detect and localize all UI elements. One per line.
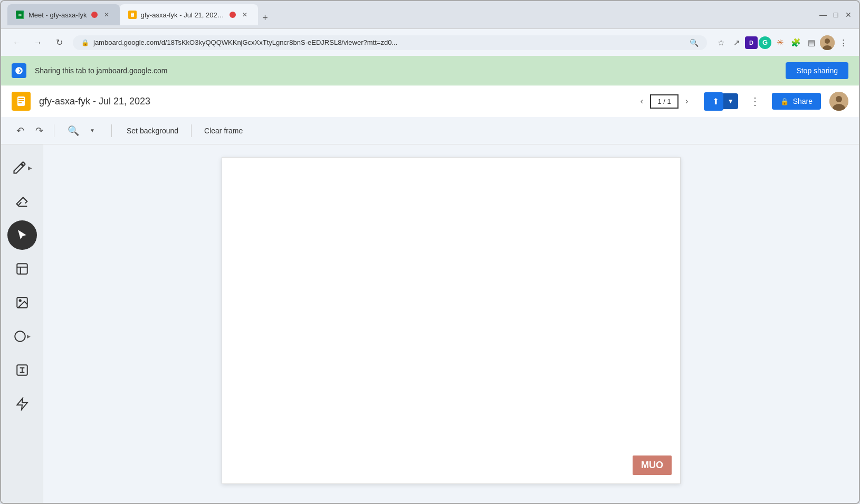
drawing-toolbar: ↶ ↷ 🔍 ▼ Set background Clear frame	[1, 117, 859, 144]
frame-counter: 1 / 1	[650, 94, 678, 109]
search-icon: 🔍	[690, 38, 699, 47]
svg-rect-12	[18, 100, 24, 101]
jam-recording-dot	[230, 12, 236, 18]
tab-meet[interactable]: M Meet - gfy-asxa-fyk ✕	[7, 4, 120, 25]
main-content: ▶	[1, 144, 859, 503]
clear-frame-button[interactable]: Clear frame	[196, 123, 251, 138]
browser-window: M Meet - gfy-asxa-fyk ✕ gfy-asxa-f	[0, 0, 860, 504]
dict-ext-icon[interactable]: D	[745, 36, 758, 49]
meet-favicon-icon: M	[16, 11, 24, 19]
zoom-area: 🔍 ▼	[65, 122, 101, 139]
grammarly-ext-icon[interactable]: G	[759, 36, 771, 49]
canvas-area[interactable]: MUO	[43, 144, 859, 503]
sticky-note-tool-button[interactable]	[7, 254, 37, 284]
sidebar-ext-icon[interactable]: ▤	[804, 35, 819, 50]
svg-point-22	[15, 331, 25, 342]
eraser-tool-button[interactable]	[7, 187, 37, 216]
window-controls: — □ ✕	[819, 11, 853, 19]
user-avatar[interactable]	[829, 92, 848, 111]
app-area: gfy-asxa-fyk - Jul 21, 2023 ‹ 1 / 1 › ⬆ …	[1, 85, 859, 503]
app-title: gfy-asxa-fyk - Jul 21, 2023	[39, 96, 625, 107]
zoom-button[interactable]: 🔍	[65, 122, 82, 139]
stop-sharing-button[interactable]: Stop sharing	[786, 62, 848, 79]
address-input[interactable]: 🔒 jamboard.google.com/d/18TsKkO3kyQQQWKK…	[73, 35, 707, 50]
tab-jam[interactable]: gfy-asxa-fyk - Jul 21, 2023 - ✕	[120, 4, 258, 25]
app-toolbar: gfy-asxa-fyk - Jul 21, 2023 ‹ 1 / 1 › ⬆ …	[1, 85, 859, 117]
svg-rect-17	[17, 264, 27, 274]
toolbar-divider-3	[191, 124, 192, 137]
shape-tool-button[interactable]: ▶	[7, 322, 37, 351]
image-tool-button[interactable]	[7, 288, 37, 317]
minimize-button[interactable]: —	[819, 11, 827, 19]
undo-button[interactable]: ↶	[12, 122, 28, 139]
close-button[interactable]: ✕	[844, 11, 853, 19]
set-background-button[interactable]: Set background	[118, 123, 187, 138]
jamboard-frame: MUO	[222, 157, 681, 484]
share-button-label: Share	[793, 97, 813, 105]
tab-meet-title: Meet - gfy-asxa-fyk	[28, 11, 87, 19]
address-bar: ← → ↻ 🔒 jamboard.google.com/d/18TsKkO3ky…	[1, 28, 859, 56]
redo-button[interactable]: ↷	[31, 122, 47, 139]
meet-recording-dot	[91, 12, 98, 18]
tab-jam-title: gfy-asxa-fyk - Jul 21, 2023 -	[141, 11, 225, 19]
select-tool-button[interactable]	[7, 220, 37, 250]
more-options-button[interactable]: ⋮	[747, 93, 763, 110]
puzzle-ext-icon[interactable]: 🧩	[788, 35, 803, 50]
sharing-text: Sharing this tab to jamboard.google.com	[35, 66, 777, 75]
refresh-button[interactable]: ↻	[52, 35, 66, 50]
user-avatar-small[interactable]	[820, 35, 835, 50]
upload-button[interactable]: ⬆	[704, 92, 723, 111]
lock-icon: 🔒	[81, 39, 89, 46]
zoom-chevron-icon: ▼	[90, 128, 95, 133]
bookmark-star-icon[interactable]: ☆	[713, 35, 728, 50]
pen-tool-button[interactable]: ▶	[7, 153, 37, 182]
extension-icons: ☆ ↗ D G ✳ 🧩 ▤ ⋮	[713, 35, 851, 50]
new-tab-button[interactable]: +	[258, 11, 273, 25]
next-frame-button[interactable]: ›	[679, 93, 695, 110]
svg-rect-13	[18, 102, 22, 103]
back-button[interactable]: ←	[9, 35, 24, 50]
title-bar: M Meet - gfy-asxa-fyk ✕ gfy-asxa-f	[1, 1, 859, 28]
upload-dropdown-button[interactable]: ▼	[723, 93, 738, 109]
svg-rect-11	[18, 98, 24, 99]
share-button[interactable]: 🔒 Share	[772, 93, 821, 110]
zoom-icon: 🔍	[68, 125, 79, 137]
sharing-bar: Sharing this tab to jamboard.google.com …	[1, 56, 859, 85]
sharing-icon	[12, 63, 26, 78]
svg-rect-5	[131, 15, 133, 15]
tab-meet-close[interactable]: ✕	[102, 10, 111, 20]
maximize-button[interactable]: □	[832, 11, 840, 19]
chevron-down-icon: ▼	[728, 98, 734, 105]
zoom-dropdown-button[interactable]: ▼	[84, 122, 101, 139]
jam-favicon-icon	[128, 11, 137, 19]
text-tool-button[interactable]	[7, 355, 37, 385]
claude-ext-icon[interactable]: ✳	[772, 35, 787, 50]
upload-icon: ⬆	[712, 96, 719, 106]
tab-jam-close[interactable]: ✕	[240, 10, 250, 20]
chrome-menu-button[interactable]: ⋮	[836, 35, 851, 50]
forward-button[interactable]: →	[31, 35, 45, 50]
upload-button-group: ⬆ ▼	[704, 92, 738, 111]
svg-point-7	[825, 38, 830, 44]
jamboard-logo	[12, 92, 31, 111]
toolbar-divider-1	[54, 124, 54, 137]
share-page-icon[interactable]: ↗	[729, 35, 744, 50]
left-toolbar: ▶	[1, 144, 43, 503]
address-text: jamboard.google.com/d/18TsKkO3kyQQQWKKnj…	[93, 38, 685, 46]
prev-frame-button[interactable]: ‹	[633, 93, 650, 110]
muo-watermark: MUO	[633, 455, 672, 475]
frame-nav: ‹ 1 / 1 ›	[633, 93, 695, 110]
svg-point-21	[19, 300, 21, 302]
tab-group: M Meet - gfy-asxa-fyk ✕ gfy-asxa-f	[7, 4, 815, 25]
toolbar-divider-2	[111, 124, 112, 137]
share-lock-icon: 🔒	[780, 98, 789, 105]
svg-rect-4	[131, 14, 133, 14]
svg-point-15	[836, 96, 842, 102]
svg-text:M: M	[18, 13, 22, 17]
laser-tool-button[interactable]	[7, 389, 37, 419]
